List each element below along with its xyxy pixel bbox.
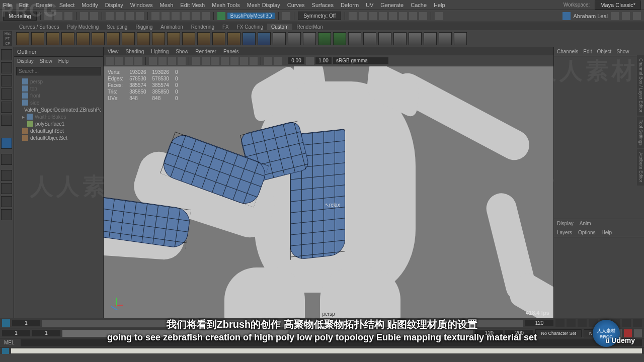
shelf-pyramid-icon[interactable]	[137, 32, 150, 45]
cmd-lang-label[interactable]: MEL	[0, 340, 19, 345]
outliner-item-mesh[interactable]: Valeth_SuperDecimated:ZBrushPolyM	[16, 106, 101, 113]
vp-ao-icon[interactable]	[240, 57, 248, 65]
undo-icon[interactable]	[80, 12, 88, 20]
rp-tab-object[interactable]: Object	[597, 49, 612, 54]
range-slider[interactable]	[62, 330, 473, 337]
select-tool-icon[interactable]	[1, 49, 12, 60]
shelf-l-wt-icon[interactable]	[424, 32, 437, 45]
panel-layout-icon[interactable]	[435, 12, 443, 20]
shelf-combine-icon[interactable]	[273, 32, 286, 45]
vp-wireframe-icon[interactable]	[192, 57, 200, 65]
menu-uv[interactable]: UV	[366, 2, 373, 8]
outliner-menu-help[interactable]: Help	[58, 58, 69, 64]
shelf-full-icon[interactable]	[454, 32, 467, 45]
vp-bookmark-icon[interactable]	[125, 57, 133, 65]
render-settings-icon[interactable]	[369, 12, 377, 20]
select-by-component-icon[interactable]	[116, 12, 124, 20]
render-icon[interactable]	[349, 12, 357, 20]
side-tab-channelbox[interactable]: Channel Box / Layer Editor	[637, 55, 644, 116]
hypershade-icon[interactable]	[379, 12, 387, 20]
character-set-dropdown[interactable]: No Character Set	[535, 329, 582, 337]
shelf-poly-cube-icon[interactable]	[31, 32, 44, 45]
shelf-poly-disc-icon[interactable]	[107, 32, 120, 45]
shelf-soccer-icon[interactable]	[212, 32, 225, 45]
vp-image-plane-icon[interactable]	[134, 57, 142, 65]
menu-meshtools[interactable]: Mesh Tools	[212, 2, 239, 8]
shelf-prism-icon[interactable]	[152, 32, 165, 45]
shelf-r-wt-icon[interactable]	[439, 32, 452, 45]
shelf-gear-icon[interactable]	[197, 32, 210, 45]
vp-grid-icon[interactable]	[149, 57, 157, 65]
shelf-target-weld-icon[interactable]	[363, 32, 376, 45]
outliner-item-polysurface[interactable]: polySurface1	[16, 120, 101, 127]
menu-help[interactable]: Help	[434, 2, 445, 8]
vp-camera-attr-icon[interactable]	[115, 57, 123, 65]
select-by-hierarchy-icon[interactable]	[126, 12, 134, 20]
vp-color-mgmt-dropdown[interactable]: sRGB gamma	[333, 57, 388, 64]
outliner-search-input[interactable]	[16, 67, 101, 75]
shelf-svg-icon[interactable]	[258, 32, 271, 45]
outliner-menu-show[interactable]: Show	[40, 58, 52, 64]
step-forward-key-icon[interactable]	[622, 319, 631, 327]
side-tab-modeling[interactable]: Tool Settings	[637, 117, 644, 149]
outliner-item-objectset[interactable]: defaultObjectSet	[16, 134, 101, 141]
menu-mesh[interactable]: Mesh	[159, 2, 173, 8]
step-back-key-icon[interactable]	[567, 319, 576, 327]
toggle-channelbox-icon[interactable]	[611, 12, 619, 20]
vp-gate-mask-icon[interactable]	[178, 57, 186, 65]
shelf-superellipse-icon[interactable]	[227, 32, 240, 45]
last-tool-icon[interactable]	[1, 154, 12, 165]
vp-menu-lighting[interactable]: Lighting	[151, 49, 169, 54]
snap-view-icon[interactable]	[202, 12, 210, 20]
shelf-separate-icon[interactable]	[288, 32, 301, 45]
rp-tab-anim[interactable]: Anim	[580, 221, 591, 226]
step-back-icon[interactable]	[578, 319, 587, 327]
menu-display[interactable]: Display	[105, 2, 123, 8]
shelf-tab[interactable]: FX	[218, 24, 233, 30]
vp-shaded-icon[interactable]	[202, 57, 210, 65]
range-end-field[interactable]: 200	[505, 330, 533, 336]
account-icon[interactable]	[562, 12, 571, 20]
vp-xray-joints-icon[interactable]	[274, 57, 282, 65]
rp-tab-display[interactable]: Display	[557, 221, 574, 226]
rp-tab-show[interactable]: Show	[616, 49, 629, 54]
playblast-icon[interactable]	[399, 12, 407, 20]
timeslider-pos-field2[interactable]: 120	[525, 320, 553, 326]
move-tool-icon[interactable]	[1, 88, 12, 100]
render-view-icon[interactable]	[389, 12, 397, 20]
rotate-tool-icon[interactable]	[1, 102, 12, 113]
outliner-item-lightset[interactable]: defaultLightSet	[16, 127, 101, 134]
menu-windows[interactable]: Windows	[130, 2, 153, 8]
construction-history-icon[interactable]	[282, 12, 290, 20]
vp-menu-view[interactable]: View	[108, 49, 119, 54]
select-mask-icon[interactable]	[136, 12, 144, 20]
live-surface-name[interactable]: BrushPolyMesh3D	[227, 13, 275, 19]
shelf-poly-plane-icon[interactable]	[92, 32, 105, 45]
menu-modify[interactable]: Modify	[82, 2, 98, 8]
timeslider-pos-field[interactable]: 1	[12, 320, 40, 326]
vp-menu-shading[interactable]: Shading	[126, 49, 144, 54]
shelf-tab[interactable]: Rendering	[187, 24, 218, 30]
vp-lights-icon[interactable]	[221, 57, 229, 65]
range-start-field[interactable]: 1	[2, 330, 30, 336]
side-tab-attreditor[interactable]: Attribute Editor	[637, 149, 644, 186]
light-editor-icon[interactable]	[409, 12, 417, 20]
vp-textured-icon[interactable]	[211, 57, 219, 65]
snap-point-icon[interactable]	[172, 12, 180, 20]
go-start-icon[interactable]	[555, 319, 565, 327]
vp-exposure-field[interactable]: 0.00	[288, 57, 304, 64]
outliner-item-top[interactable]: top	[16, 85, 101, 92]
shelf-helix-icon[interactable]	[182, 32, 195, 45]
vp-xray-icon[interactable]	[264, 57, 272, 65]
vp-shadows-icon[interactable]	[230, 57, 238, 65]
paint-select-tool-icon[interactable]	[1, 75, 12, 86]
menu-select[interactable]: Select	[59, 2, 75, 8]
shelf-bridge-icon[interactable]	[409, 32, 422, 45]
symmetry-dropdown[interactable]: Symmetry: Off	[298, 12, 341, 20]
menu-editmesh[interactable]: Edit Mesh	[180, 2, 205, 8]
outliner-menu-display[interactable]: Display	[17, 58, 34, 64]
scale-tool-icon[interactable]	[1, 115, 12, 126]
shelf-tab-active[interactable]: Custom	[267, 24, 292, 30]
playback-end-field[interactable]: 120	[475, 330, 503, 336]
snap-live-icon[interactable]	[192, 12, 200, 20]
